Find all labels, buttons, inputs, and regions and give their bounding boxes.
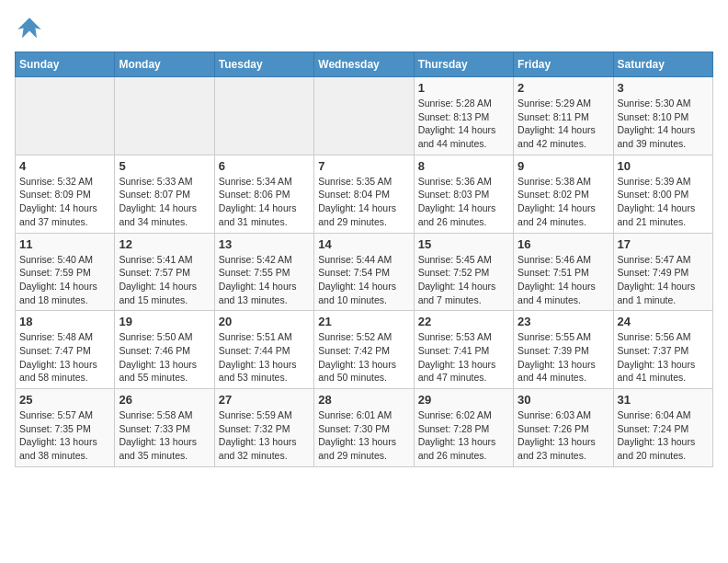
day-number: 1 — [418, 81, 509, 95]
day-number: 8 — [418, 159, 509, 173]
week-row-2: 4Sunrise: 5:32 AM Sunset: 8:09 PM Daylig… — [16, 155, 713, 233]
day-info: Sunrise: 5:59 AM Sunset: 7:32 PM Dayligh… — [219, 408, 310, 463]
day-number: 14 — [318, 237, 409, 251]
calendar-cell: 2Sunrise: 5:29 AM Sunset: 8:11 PM Daylig… — [514, 77, 613, 155]
day-info: Sunrise: 5:52 AM Sunset: 7:42 PM Dayligh… — [318, 330, 409, 385]
day-info: Sunrise: 5:46 AM Sunset: 7:51 PM Dayligh… — [518, 253, 609, 307]
day-number: 27 — [219, 393, 310, 407]
day-number: 26 — [119, 393, 210, 407]
calendar-cell: 13Sunrise: 5:42 AM Sunset: 7:55 PM Dayli… — [214, 233, 313, 311]
calendar-cell — [16, 77, 115, 155]
calendar-cell: 23Sunrise: 5:55 AM Sunset: 7:39 PM Dayli… — [514, 311, 613, 389]
calendar-cell: 26Sunrise: 5:58 AM Sunset: 7:33 PM Dayli… — [115, 389, 214, 467]
day-number: 31 — [618, 393, 709, 407]
day-number: 23 — [518, 315, 609, 328]
day-number: 4 — [19, 159, 110, 173]
day-info: Sunrise: 5:56 AM Sunset: 7:37 PM Dayligh… — [618, 330, 709, 385]
day-info: Sunrise: 5:36 AM Sunset: 8:03 PM Dayligh… — [418, 175, 509, 229]
weekday-header-wednesday: Wednesday — [314, 52, 414, 77]
calendar-cell: 9Sunrise: 5:38 AM Sunset: 8:02 PM Daylig… — [514, 155, 613, 233]
day-info: Sunrise: 5:30 AM Sunset: 8:10 PM Dayligh… — [618, 97, 709, 151]
day-info: Sunrise: 5:41 AM Sunset: 7:57 PM Dayligh… — [119, 253, 210, 307]
day-number: 17 — [618, 237, 709, 251]
day-info: Sunrise: 5:35 AM Sunset: 8:04 PM Dayligh… — [318, 175, 409, 229]
day-number: 10 — [618, 159, 709, 173]
calendar-cell: 30Sunrise: 6:03 AM Sunset: 7:26 PM Dayli… — [514, 389, 613, 467]
logo — [15, 15, 48, 44]
calendar-cell: 5Sunrise: 5:33 AM Sunset: 8:07 PM Daylig… — [115, 155, 214, 233]
day-info: Sunrise: 5:39 AM Sunset: 8:00 PM Dayligh… — [618, 175, 709, 229]
day-number: 5 — [119, 159, 210, 173]
day-info: Sunrise: 5:48 AM Sunset: 7:47 PM Dayligh… — [19, 330, 110, 385]
weekday-header-row: SundayMondayTuesdayWednesdayThursdayFrid… — [16, 52, 713, 77]
header — [15, 15, 713, 44]
day-info: Sunrise: 6:04 AM Sunset: 7:24 PM Dayligh… — [618, 408, 709, 463]
calendar-cell: 3Sunrise: 5:30 AM Sunset: 8:10 PM Daylig… — [613, 77, 712, 155]
calendar-cell: 28Sunrise: 6:01 AM Sunset: 7:30 PM Dayli… — [314, 389, 414, 467]
day-info: Sunrise: 6:01 AM Sunset: 7:30 PM Dayligh… — [318, 408, 409, 463]
calendar-cell: 15Sunrise: 5:45 AM Sunset: 7:52 PM Dayli… — [414, 233, 513, 311]
day-number: 19 — [119, 315, 210, 328]
day-number: 25 — [19, 393, 110, 407]
day-info: Sunrise: 5:45 AM Sunset: 7:52 PM Dayligh… — [418, 253, 509, 307]
logo-icon — [15, 15, 44, 44]
day-number: 11 — [19, 237, 110, 251]
day-info: Sunrise: 5:34 AM Sunset: 8:06 PM Dayligh… — [219, 175, 310, 229]
day-info: Sunrise: 5:40 AM Sunset: 7:59 PM Dayligh… — [19, 253, 110, 307]
calendar-cell: 12Sunrise: 5:41 AM Sunset: 7:57 PM Dayli… — [115, 233, 214, 311]
week-row-3: 11Sunrise: 5:40 AM Sunset: 7:59 PM Dayli… — [16, 233, 713, 311]
day-number: 15 — [418, 237, 509, 251]
day-info: Sunrise: 5:50 AM Sunset: 7:46 PM Dayligh… — [119, 330, 210, 385]
svg-marker-0 — [17, 17, 41, 38]
week-row-4: 18Sunrise: 5:48 AM Sunset: 7:47 PM Dayli… — [16, 311, 713, 389]
day-number: 29 — [418, 393, 509, 407]
day-number: 6 — [219, 159, 310, 173]
day-number: 16 — [518, 237, 609, 251]
calendar-cell: 14Sunrise: 5:44 AM Sunset: 7:54 PM Dayli… — [314, 233, 414, 311]
calendar-cell: 17Sunrise: 5:47 AM Sunset: 7:49 PM Dayli… — [613, 233, 712, 311]
day-info: Sunrise: 5:47 AM Sunset: 7:49 PM Dayligh… — [618, 253, 709, 307]
day-info: Sunrise: 6:03 AM Sunset: 7:26 PM Dayligh… — [518, 408, 609, 463]
weekday-header-tuesday: Tuesday — [214, 52, 313, 77]
calendar-cell: 27Sunrise: 5:59 AM Sunset: 7:32 PM Dayli… — [214, 389, 313, 467]
day-info: Sunrise: 5:32 AM Sunset: 8:09 PM Dayligh… — [19, 175, 110, 229]
day-number: 12 — [119, 237, 210, 251]
calendar-cell: 4Sunrise: 5:32 AM Sunset: 8:09 PM Daylig… — [16, 155, 115, 233]
calendar-cell: 16Sunrise: 5:46 AM Sunset: 7:51 PM Dayli… — [514, 233, 613, 311]
weekday-header-sunday: Sunday — [16, 52, 115, 77]
day-number: 28 — [318, 393, 409, 407]
day-number: 2 — [518, 81, 609, 95]
day-number: 21 — [318, 315, 409, 328]
day-info: Sunrise: 5:28 AM Sunset: 8:13 PM Dayligh… — [418, 97, 509, 151]
day-info: Sunrise: 5:55 AM Sunset: 7:39 PM Dayligh… — [518, 330, 609, 385]
day-number: 3 — [618, 81, 709, 95]
calendar-cell: 11Sunrise: 5:40 AM Sunset: 7:59 PM Dayli… — [16, 233, 115, 311]
calendar-cell: 18Sunrise: 5:48 AM Sunset: 7:47 PM Dayli… — [16, 311, 115, 389]
calendar-cell — [214, 77, 313, 155]
day-number: 30 — [518, 393, 609, 407]
day-number: 20 — [219, 315, 310, 328]
day-number: 13 — [219, 237, 310, 251]
day-info: Sunrise: 5:33 AM Sunset: 8:07 PM Dayligh… — [119, 175, 210, 229]
calendar-cell: 25Sunrise: 5:57 AM Sunset: 7:35 PM Dayli… — [16, 389, 115, 467]
day-number: 22 — [418, 315, 509, 328]
day-info: Sunrise: 5:57 AM Sunset: 7:35 PM Dayligh… — [19, 408, 110, 463]
calendar-cell: 21Sunrise: 5:52 AM Sunset: 7:42 PM Dayli… — [314, 311, 414, 389]
calendar-cell: 6Sunrise: 5:34 AM Sunset: 8:06 PM Daylig… — [214, 155, 313, 233]
day-info: Sunrise: 5:29 AM Sunset: 8:11 PM Dayligh… — [518, 97, 609, 151]
day-info: Sunrise: 5:51 AM Sunset: 7:44 PM Dayligh… — [219, 330, 310, 385]
calendar-cell: 19Sunrise: 5:50 AM Sunset: 7:46 PM Dayli… — [115, 311, 214, 389]
day-info: Sunrise: 5:42 AM Sunset: 7:55 PM Dayligh… — [219, 253, 310, 307]
day-info: Sunrise: 5:58 AM Sunset: 7:33 PM Dayligh… — [119, 408, 210, 463]
weekday-header-thursday: Thursday — [414, 52, 513, 77]
calendar-cell: 24Sunrise: 5:56 AM Sunset: 7:37 PM Dayli… — [613, 311, 712, 389]
day-info: Sunrise: 5:38 AM Sunset: 8:02 PM Dayligh… — [518, 175, 609, 229]
calendar-cell: 8Sunrise: 5:36 AM Sunset: 8:03 PM Daylig… — [414, 155, 513, 233]
week-row-1: 1Sunrise: 5:28 AM Sunset: 8:13 PM Daylig… — [16, 77, 713, 155]
calendar-cell — [314, 77, 414, 155]
calendar-cell: 1Sunrise: 5:28 AM Sunset: 8:13 PM Daylig… — [414, 77, 513, 155]
day-number: 18 — [19, 315, 110, 328]
calendar-cell: 29Sunrise: 6:02 AM Sunset: 7:28 PM Dayli… — [414, 389, 513, 467]
calendar-cell: 10Sunrise: 5:39 AM Sunset: 8:00 PM Dayli… — [613, 155, 712, 233]
day-info: Sunrise: 6:02 AM Sunset: 7:28 PM Dayligh… — [418, 408, 509, 463]
